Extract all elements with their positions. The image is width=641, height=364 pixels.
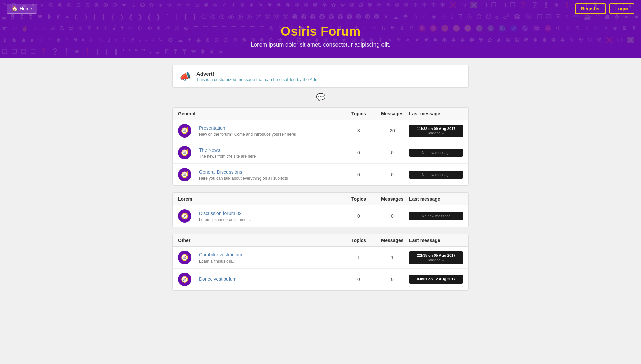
compass-icon: 🧭 [181,171,188,178]
section-label: General [178,111,342,116]
topics-count: 3 [342,128,375,133]
no-new-message-btn: No new message [409,171,463,179]
last-message-user: Johndoe → [413,131,460,135]
forum-info: Presentation New on the forum? Come and … [195,125,342,137]
section-label: Other [178,238,342,243]
last-message-cell: No new message [409,149,463,157]
header-subtitle: Lorem ipsum dolor sit amet, consectetur … [0,41,641,48]
forum-row: 🧭 Donec vestibulum 0 0 03h01 on 12 Aug 2… [173,269,468,290]
forum-icon: 🧭 [178,146,191,159]
forum-row: 🧭 Curabitur vestibulum Etiam a finibus d… [173,247,468,269]
forum-icon: 🧭 [178,124,191,138]
section-header-lorem: Lorem Topics Messages Last message [173,193,468,205]
forum-description: Etiam a finibus dui... [199,259,342,264]
compass-icon: 🧭 [181,276,188,283]
forum-section-lorem: Lorem Topics Messages Last message 🧭 Dis… [172,192,469,227]
site-title: Osiris Forum [0,24,641,39]
last-message-timestamp: 11h32 on 09 Aug 2017 [413,127,460,131]
col-topics-header: Topics [342,238,375,243]
forum-title-link[interactable]: Discussion forum 02 [199,211,242,216]
no-new-message-btn: No new message [409,149,463,157]
forum-title-link[interactable]: Presentation [199,125,225,131]
forum-info: General Discussions Here you can talk ab… [195,169,342,181]
forum-row: 🧭 Discussion forum 02 Lorem ipsum dolor … [173,205,468,227]
topics-count: 0 [342,172,375,177]
header-center: Osiris Forum Lorem ipsum dolor sit amet,… [0,18,641,52]
forum-icon: 🧭 [178,209,191,223]
forum-section-other: Other Topics Messages Last message 🧭 Cur… [172,234,469,291]
topics-count: 0 [342,277,375,282]
forum-section-general: General Topics Messages Last message 🧭 P… [172,107,469,186]
forum-info: The News The news from the site are here [195,147,342,159]
no-new-message-btn: No new message [409,212,463,220]
last-message-user: Johndoe → [413,258,460,262]
forum-icon: 🧭 [178,273,191,286]
forum-title-link[interactable]: The News [199,147,220,153]
advert-message: This is a customized message that can be… [196,77,323,82]
last-message-timestamp: 03h01 on 12 Aug 2017 [413,277,460,281]
last-message-btn[interactable]: 11h32 on 09 Aug 2017 Johndoe → [409,125,463,137]
last-message-cell: 22h35 on 05 Aug 2017 Johndoe → [409,251,463,264]
chat-bubble-icon: 💬 [316,93,325,101]
last-message-btn[interactable]: 03h01 on 12 Aug 2017 [409,275,463,284]
forum-title-link[interactable]: Donec vestibulum [199,276,236,282]
col-topics-header: Topics [342,196,375,202]
forum-description: New on the forum? Come and introduce you… [199,132,342,137]
title-white: Osiris [281,24,317,38]
section-label: Lorem [178,196,342,202]
home-label: Home [20,6,32,11]
compass-icon: 🧭 [181,127,188,134]
forum-info: Curabitur vestibulum Etiam a finibus dui… [195,252,342,264]
topics-count: 0 [342,213,375,219]
last-message-cell: No new message [409,171,463,179]
home-icon: 🏠 [12,6,18,11]
last-message-cell: 11h32 on 09 Aug 2017 Johndoe → [409,125,463,137]
last-message-btn[interactable]: 22h35 on 05 Aug 2017 Johndoe → [409,251,463,264]
login-button[interactable]: Login [609,3,634,14]
forum-icon: 🧭 [178,251,191,264]
messages-count: 0 [375,277,409,282]
compass-icon: 🧭 [181,149,188,156]
forum-info: Donec vestibulum [195,276,342,283]
compass-icon: 🧭 [181,212,188,220]
last-message-cell: No new message [409,212,463,220]
header-top-bar: 🏠 Home Register Login [0,0,641,18]
col-messages-header: Messages [375,238,409,243]
messages-count: 0 [375,213,409,219]
title-yellow: Forum [320,24,360,38]
forum-icon: 🧭 [178,168,191,181]
forum-description: Lorem ipsum dolor sit amet... [199,217,342,222]
messages-count: 0 [375,172,409,177]
site-header: ✎⚙☁✦◈⊕⊗⊘⊙⊚⊛⊜⊝★✩✪✫✬✭✮✯✰✱✲✳✴✵✶✷✸✹✺✻✼✽✾✿❀❁❂… [0,0,641,58]
topics-count: 0 [342,150,375,155]
messages-count: 0 [375,150,409,155]
forum-description: The news from the site are here [199,154,342,159]
forum-row: 🧭 Presentation New on the forum? Come an… [173,120,468,142]
forum-title-link[interactable]: Curabitur vestibulum [199,252,242,257]
col-messages-header: Messages [375,111,409,116]
advert-banner: 📣 Advert! This is a customized message t… [172,65,469,88]
home-button[interactable]: 🏠 Home [7,4,37,14]
advert-title: Advert! [196,71,323,77]
col-last-header: Last message [409,196,463,202]
col-messages-header: Messages [375,196,409,202]
auth-buttons: Register Login [575,3,634,14]
forum-title-link[interactable]: General Discussions [199,169,242,175]
forum-sections: General Topics Messages Last message 🧭 P… [172,107,469,291]
col-topics-header: Topics [342,111,375,116]
col-last-header: Last message [409,238,463,243]
topics-count: 1 [342,255,375,260]
forum-description: Here you can talk about everything on al… [199,176,342,181]
messages-count: 1 [375,255,409,260]
col-last-header: Last message [409,111,463,116]
last-message-cell: 03h01 on 12 Aug 2017 [409,275,463,284]
forum-row: 🧭 The News The news from the site are he… [173,142,468,164]
compass-icon: 🧭 [181,254,188,261]
advert-icon: 📣 [179,71,191,82]
forum-info: Discussion forum 02 Lorem ipsum dolor si… [195,210,342,222]
section-header-general: General Topics Messages Last message [173,108,468,120]
register-button[interactable]: Register [575,3,606,14]
chat-icon-row: 💬 [172,93,469,102]
messages-count: 20 [375,128,409,133]
forum-row: 🧭 General Discussions Here you can talk … [173,164,468,185]
